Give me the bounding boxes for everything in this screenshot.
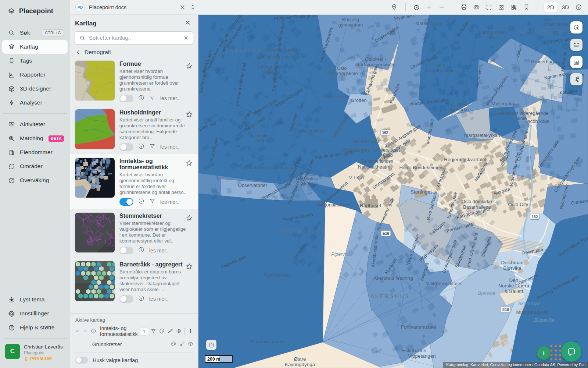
info-icon[interactable] bbox=[138, 95, 144, 102]
info-icon[interactable] bbox=[138, 198, 144, 206]
filter-icon[interactable] bbox=[149, 95, 155, 102]
bookmark-icon[interactable] bbox=[521, 2, 532, 13]
brush-icon[interactable] bbox=[179, 341, 185, 348]
info-icon[interactable] bbox=[138, 143, 144, 151]
info-icon[interactable] bbox=[138, 295, 144, 303]
view-3d-button[interactable]: 3D bbox=[560, 2, 571, 13]
category-label: Demografi bbox=[85, 49, 111, 56]
layer-toggle[interactable] bbox=[119, 143, 133, 151]
layer-card-husholdninger[interactable]: Husholdninger Kartet viser antall famili… bbox=[70, 106, 198, 154]
panel-close-icon[interactable] bbox=[184, 20, 191, 27]
sidebar-item-aktiviteter[interactable]: Aktiviteter bbox=[2, 117, 68, 131]
sidebar-item-overvaking[interactable]: Overvåking bbox=[2, 173, 68, 187]
layer-controls: les mer.. bbox=[119, 143, 187, 151]
palette-icon[interactable] bbox=[159, 328, 165, 335]
compass-north-icon[interactable]: N bbox=[412, 2, 422, 13]
read-more-link[interactable]: les mer.. bbox=[160, 144, 180, 150]
map-label: Akerselva bbox=[517, 301, 540, 306]
doc-close-icon[interactable] bbox=[177, 2, 187, 13]
map-help-button[interactable] bbox=[206, 340, 216, 350]
info-fab-button[interactable]: i bbox=[537, 346, 551, 360]
sidebar-item-lyst-tema[interactable]: Lyst tema bbox=[2, 293, 68, 307]
filter-icon[interactable] bbox=[149, 198, 155, 206]
layer-search-input[interactable] bbox=[89, 35, 180, 41]
sidebar-item-matching[interactable]: Matching BETA bbox=[2, 131, 68, 145]
doc-switcher-icon[interactable] bbox=[187, 2, 198, 13]
layer-toggle[interactable] bbox=[119, 247, 133, 254]
camera-icon[interactable] bbox=[496, 2, 507, 13]
sidebar-item-3d-designer[interactable]: 3D-designer bbox=[2, 82, 68, 96]
read-more-link[interactable]: les mer.. bbox=[149, 296, 169, 302]
map-label: Jacob kirke bbox=[525, 118, 549, 124]
sidebar-item-rapporter[interactable]: Rapporter bbox=[2, 68, 68, 82]
map-label: Bispevika bbox=[534, 317, 555, 323]
doc-title[interactable]: Placepoint docs bbox=[89, 4, 126, 10]
favorite-star-icon[interactable] bbox=[186, 159, 193, 168]
lightning-icon bbox=[8, 99, 15, 106]
route-badge: E18 bbox=[381, 231, 391, 236]
sidebar-item-tags[interactable]: Tags bbox=[2, 54, 68, 68]
layer-card-formue[interactable]: Formue Kartet viser hvordan gjennomsnitt… bbox=[70, 57, 198, 106]
layer-toggle[interactable] bbox=[119, 198, 133, 206]
user-profile[interactable]: C Christian Løverås Placepoint PREMIUM bbox=[3, 338, 67, 368]
select-tool-button[interactable] bbox=[570, 21, 582, 33]
map-canvas[interactable]: Professor Dahls gateKristeliggymnasiumBr… bbox=[198, 15, 588, 368]
travel-time-tool-button[interactable] bbox=[570, 73, 582, 85]
read-more-link[interactable]: les mer.. bbox=[160, 199, 180, 205]
favorite-star-icon[interactable] bbox=[186, 214, 193, 223]
view-2d-button[interactable]: 2D bbox=[544, 2, 557, 13]
favorite-star-icon[interactable] bbox=[186, 62, 193, 71]
sidebar-item-analyser[interactable]: Analyser bbox=[2, 96, 68, 110]
sidebar-item-kartlag[interactable]: Kartlag bbox=[2, 40, 68, 54]
info-circle-icon[interactable] bbox=[573, 2, 584, 13]
chevron-down-icon[interactable] bbox=[75, 328, 80, 335]
layer-thumbnail bbox=[75, 212, 115, 253]
layer-thumbnail bbox=[75, 261, 115, 301]
eye-icon[interactable] bbox=[472, 2, 482, 13]
visibility-eye-icon[interactable] bbox=[188, 341, 193, 348]
visibility-eye-icon[interactable] bbox=[176, 328, 182, 335]
layer-card-stemmekretser[interactable]: Stemmekretser Viser stemmekretser og val… bbox=[70, 209, 198, 258]
chevron-left-icon bbox=[75, 49, 81, 55]
building-icon bbox=[8, 149, 15, 156]
favorite-star-icon[interactable] bbox=[186, 111, 193, 120]
filter-icon[interactable] bbox=[151, 328, 156, 335]
qr-code-icon[interactable] bbox=[509, 2, 519, 13]
active-layer-actions: 1 bbox=[140, 328, 193, 335]
filter-icon[interactable] bbox=[149, 143, 155, 151]
layer-help-icon[interactable] bbox=[91, 328, 96, 335]
locate-pin-icon[interactable] bbox=[389, 2, 399, 13]
chart-tool-button[interactable] bbox=[570, 56, 582, 68]
palette-icon[interactable] bbox=[171, 341, 176, 348]
read-more-link[interactable]: les mer.. bbox=[149, 248, 169, 254]
sidebar-item-sok[interactable]: Søk CTRL+G bbox=[2, 26, 68, 40]
zoom-in-icon[interactable] bbox=[424, 2, 434, 13]
favorite-star-icon[interactable] bbox=[186, 263, 193, 272]
remove-layer-icon[interactable] bbox=[83, 328, 88, 335]
fullscreen-icon[interactable] bbox=[484, 2, 494, 13]
chat-fab-button[interactable] bbox=[561, 342, 581, 362]
layer-toggle[interactable] bbox=[119, 95, 133, 102]
brush-icon[interactable] bbox=[168, 328, 173, 335]
sidebar-item-omrader[interactable]: Områder bbox=[2, 159, 68, 173]
zoom-out-icon[interactable] bbox=[437, 2, 447, 13]
info-icon[interactable] bbox=[138, 247, 144, 254]
sidebar-item-innstillinger[interactable]: Innstillinger bbox=[2, 307, 68, 321]
category-back-row[interactable]: Demografi bbox=[70, 45, 198, 57]
layer-toggle[interactable] bbox=[119, 295, 133, 303]
bar-chart-icon bbox=[8, 71, 15, 78]
search-icon bbox=[8, 29, 15, 36]
reorder-icon[interactable] bbox=[188, 328, 193, 335]
remember-toggle[interactable] bbox=[75, 357, 88, 364]
map-label: Markus kirke bbox=[415, 21, 442, 26]
layer-card-inntekts[interactable]: Inntekts- og formuesstatistikk Kartet vi… bbox=[70, 154, 198, 209]
active-layer-name: Inntekts- og formuesstatistikk bbox=[100, 326, 138, 338]
sidebar-item-eiendommer[interactable]: Eiendommer bbox=[2, 145, 68, 159]
sidebar-item-hjelp[interactable]: Hjelp & støtte bbox=[2, 321, 68, 335]
read-more-link[interactable]: les mer.. bbox=[160, 95, 180, 101]
doc-avatar[interactable]: PD bbox=[75, 3, 85, 12]
measure-tool-button[interactable] bbox=[570, 39, 582, 51]
print-icon[interactable] bbox=[459, 2, 469, 13]
layer-card-barnetrakk[interactable]: Barnetråkk - aggregert Barnetråkk er dat… bbox=[70, 258, 198, 306]
clear-search-icon[interactable] bbox=[183, 35, 189, 40]
